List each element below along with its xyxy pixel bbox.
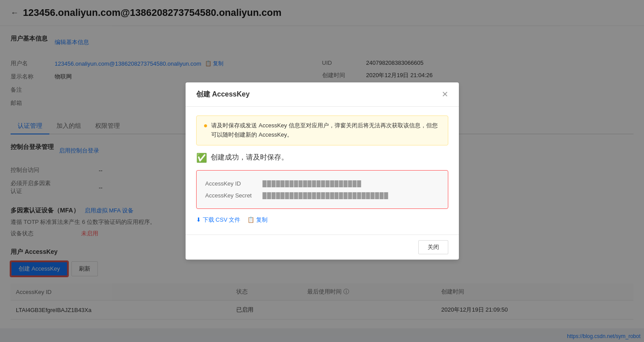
modal-title: 创建 AccessKey <box>196 90 250 99</box>
modal-dialog: 创建 AccessKey ✕ ● 请及时保存或发送 AccessKey 信息至对… <box>186 82 459 260</box>
success-icon: ✅ <box>196 152 207 163</box>
modal-close-button[interactable]: ✕ <box>442 89 448 99</box>
modal-warning-box: ● 请及时保存或发送 AccessKey 信息至对应用户，弹窗关闭后将无法再次获… <box>196 115 448 145</box>
modal-actions: ⬇ 下载 CSV 文件 📋 复制 <box>196 216 448 224</box>
page-wrapper: ← 123456.onaliyun.com@1386208273754580.o… <box>0 0 644 342</box>
download-csv-label: 下载 CSV 文件 <box>203 216 241 224</box>
modal-body: ● 请及时保存或发送 AccessKey 信息至对应用户，弹窗关闭后将无法再次获… <box>186 107 459 234</box>
ak-id-label: AccessKey ID <box>205 180 263 187</box>
modal-header: 创建 AccessKey ✕ <box>186 82 459 107</box>
ak-info-box: AccessKey ID ██████████████████████ Acce… <box>196 170 448 209</box>
download-csv-button[interactable]: ⬇ 下载 CSV 文件 <box>196 216 241 224</box>
ak-secret-row: AccessKey Secret ███████████████████████… <box>205 190 439 201</box>
ak-secret-value: ████████████████████████████ <box>263 192 389 199</box>
success-text: 创建成功，请及时保存。 <box>211 153 288 162</box>
modal-success-message: ✅ 创建成功，请及时保存。 <box>196 152 448 163</box>
modal-overlay: 创建 AccessKey ✕ ● 请及时保存或发送 AccessKey 信息至对… <box>0 0 644 342</box>
ak-secret-label: AccessKey Secret <box>205 192 263 199</box>
copy-ak-button[interactable]: 📋 复制 <box>247 216 268 224</box>
ak-id-value: ██████████████████████ <box>263 180 362 187</box>
warning-icon: ● <box>204 122 208 130</box>
modal-close-footer-button[interactable]: 关闭 <box>418 240 448 254</box>
modal-footer: 关闭 <box>186 234 459 260</box>
copy-icon: 📋 <box>247 216 254 223</box>
ak-id-row: AccessKey ID ██████████████████████ <box>205 178 439 190</box>
copy-label: 复制 <box>256 216 268 224</box>
warning-text: 请及时保存或发送 AccessKey 信息至对应用户，弹窗关闭后将无法再次获取该… <box>211 121 440 140</box>
download-icon: ⬇ <box>196 216 201 223</box>
